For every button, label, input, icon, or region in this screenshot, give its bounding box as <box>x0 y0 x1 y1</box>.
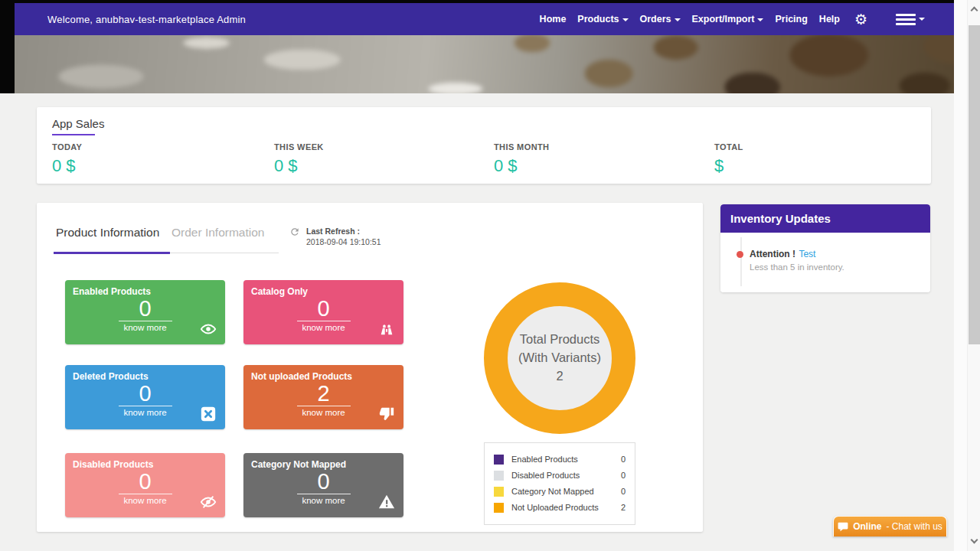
app-sales-panel: App Sales TODAY 0 $ THIS WEEK 0 $ THIS M… <box>37 107 931 184</box>
stat-today: TODAY 0 $ <box>52 142 82 176</box>
nav-item-export-import[interactable]: Export/Import <box>692 14 764 24</box>
window-left-edge <box>0 0 15 93</box>
last-refresh-value: 2018-09-04 19:10:51 <box>306 236 381 247</box>
chat-label: - Chat with us <box>886 521 942 532</box>
legend-row-enabled: Enabled Products 0 <box>494 452 626 467</box>
chevron-down-icon <box>919 18 925 21</box>
inventory-updates-panel: Inventory Updates Attention ! Test Less … <box>720 204 930 292</box>
nav-item-home[interactable]: Home <box>540 14 567 24</box>
last-refresh-label: Last Refresh : <box>306 226 381 236</box>
not-uploaded-products-count: 2 <box>297 382 351 406</box>
card-catalog-only[interactable]: Catalog Only 0 know more <box>243 280 403 344</box>
nav-item-products[interactable]: Products <box>577 14 628 24</box>
legend-swatch <box>494 455 504 465</box>
thumbs-down-icon <box>378 406 395 422</box>
scrollbar-thumb[interactable] <box>969 25 980 344</box>
scroll-down-button[interactable] <box>968 536 980 548</box>
product-information-panel: Product Information Order Information La… <box>37 203 703 532</box>
legend-row-category-not-mapped: Category Not Mapped 0 <box>494 484 626 499</box>
vertical-scrollbar[interactable] <box>967 0 980 551</box>
catalog-only-count: 0 <box>297 297 351 321</box>
tab-order-information[interactable]: Order Information <box>172 226 264 240</box>
inventory-message: Less than 5 in inventory. <box>750 262 844 272</box>
card-category-not-mapped[interactable]: Category Not Mapped 0 know more <box>243 453 403 517</box>
top-navbar: Welcome, anubhav-test-marketplace Admin … <box>15 3 954 35</box>
warning-triangle-icon <box>378 494 395 510</box>
timeline-line <box>740 237 742 286</box>
gear-icon[interactable]: ⚙ <box>854 12 867 27</box>
binoculars-icon <box>378 321 395 337</box>
nav-item-pricing[interactable]: Pricing <box>775 14 807 24</box>
attention-label: Attention ! <box>750 249 795 259</box>
red-dot-icon <box>737 251 743 258</box>
tab-product-information[interactable]: Product Information <box>56 226 159 240</box>
chevron-down-icon <box>757 18 763 21</box>
enabled-products-count: 0 <box>119 297 172 321</box>
nav-item-orders[interactable]: Orders <box>640 14 681 24</box>
chevron-down-icon <box>622 18 629 21</box>
total-products-donut-chart: Total Products (With Variants) 2 <box>484 282 635 434</box>
inventory-updates-title: Inventory Updates <box>720 204 930 233</box>
x-square-icon <box>200 406 217 422</box>
chat-widget-button[interactable]: Online - Chat with us <box>833 516 947 536</box>
card-disabled-products[interactable]: Disabled Products 0 know more <box>65 453 225 517</box>
speech-bubble-icon <box>838 522 848 532</box>
category-not-mapped-count: 0 <box>297 470 351 494</box>
scroll-up-button[interactable] <box>968 3 980 15</box>
app-sales-underline <box>52 134 95 135</box>
chevron-up-icon <box>971 7 978 15</box>
active-tab-underline <box>54 252 170 254</box>
stat-this-month: THIS MONTH 0 $ <box>494 142 549 176</box>
refresh-icon[interactable] <box>289 227 300 237</box>
legend-swatch <box>494 471 504 481</box>
disabled-products-count: 0 <box>119 470 172 494</box>
chevron-down-icon <box>971 536 978 544</box>
legend-row-disabled: Disabled Products 0 <box>494 468 626 483</box>
app-sales-title: App Sales <box>52 117 104 130</box>
welcome-text: Welcome, anubhav-test-marketplace Admin <box>47 14 246 25</box>
chevron-down-icon <box>675 18 681 21</box>
stat-this-week: THIS WEEK 0 $ <box>274 142 324 176</box>
donut-label-line2: (With Variants) <box>518 349 601 367</box>
legend-row-not-uploaded: Not Uploaded Products 2 <box>494 500 626 515</box>
deleted-products-count: 0 <box>119 382 172 406</box>
eye-slash-icon <box>200 494 217 510</box>
stat-total: TOTAL $ <box>714 142 743 176</box>
product-link-test[interactable]: Test <box>799 249 815 259</box>
hero-banner-image <box>15 35 954 93</box>
donut-legend: Enabled Products 0 Disabled Products 0 C… <box>484 442 635 525</box>
eye-icon <box>200 321 217 337</box>
last-refresh[interactable]: Last Refresh : 2018-09-04 19:10:51 <box>289 226 381 247</box>
nav-menu: Home Products Orders Export/Import Prici… <box>540 3 925 35</box>
card-not-uploaded-products[interactable]: Not uploaded Products 2 know more <box>243 365 403 429</box>
legend-swatch <box>494 487 504 497</box>
donut-total-value: 2 <box>556 367 563 386</box>
card-enabled-products[interactable]: Enabled Products 0 know more <box>65 280 225 344</box>
hero-art <box>15 35 954 93</box>
nav-item-help[interactable]: Help <box>819 14 840 24</box>
hamburger-icon <box>896 11 916 28</box>
chat-status: Online <box>853 521 881 532</box>
legend-swatch <box>494 503 504 513</box>
donut-label-line1: Total Products <box>520 331 600 349</box>
card-deleted-products[interactable]: Deleted Products 0 know more <box>65 365 225 429</box>
hamburger-menu-button[interactable] <box>896 11 925 28</box>
tab-underline <box>170 253 279 253</box>
